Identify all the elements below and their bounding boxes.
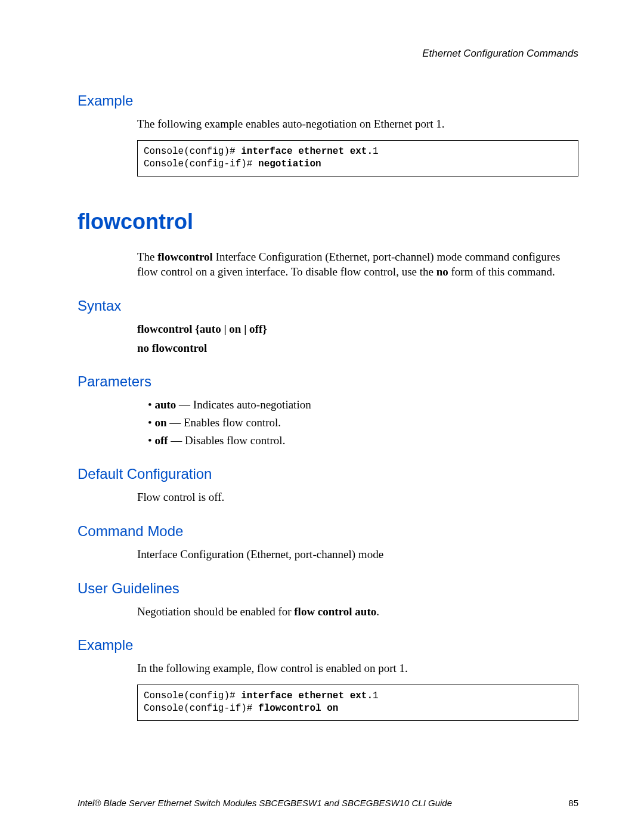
desc-bold: flowcontrol: [157, 250, 213, 263]
heading-example-1: Example: [78, 92, 578, 109]
code1-l1-cmd: interface ethernet ext.: [241, 146, 373, 157]
heading-parameters: Parameters: [78, 373, 578, 390]
desc-pre: The: [137, 250, 157, 263]
running-header: Ethernet Configuration Commands: [78, 48, 578, 60]
heading-syntax: Syntax: [78, 298, 578, 314]
code1-l2-prompt: Console(config-if)#: [144, 159, 258, 169]
heading-user-guidelines: User Guidelines: [78, 580, 578, 597]
code2-l1-arg: 1: [373, 690, 379, 701]
code1-l1-arg: 1: [373, 146, 379, 157]
mode-block: Interface Configuration (Ethernet, port-…: [137, 547, 578, 562]
param-on-t: — Enables flow control.: [166, 416, 281, 429]
command-desc: The flowcontrol Interface Configuration …: [137, 249, 578, 280]
code2-l1-cmd: interface ethernet ext.: [241, 690, 373, 701]
footer-text: Intel® Blade Server Ethernet Switch Modu…: [78, 798, 452, 808]
defcfg-block: Flow control is off.: [137, 490, 578, 505]
guidelines-block: Negotiation should be enabled for flow c…: [137, 604, 578, 620]
syntax-line2: no flowcontrol: [137, 340, 578, 356]
defcfg-text: Flow control is off.: [137, 490, 578, 505]
code2-l2-prompt: Console(config-if)#: [144, 703, 258, 714]
guidelines-pre: Negotiation should be enabled for: [137, 605, 294, 618]
syntax-block: flowcontrol {auto | on | off} no flowcon…: [137, 321, 578, 355]
desc-bold2: no: [436, 265, 448, 278]
code2-l2-cmd: flowcontrol on: [258, 703, 338, 714]
params-list: auto — Indicates auto-negotiation on — E…: [137, 397, 578, 448]
guidelines-post: .: [376, 605, 379, 618]
code1-l1-prompt: Console(config)#: [144, 146, 241, 157]
example2-block: In the following example, flow control i…: [137, 661, 578, 721]
param-off-b: off: [154, 434, 168, 447]
param-auto-b: auto: [154, 398, 176, 411]
params-block: auto — Indicates auto-negotiation on — E…: [137, 397, 578, 448]
param-on: on — Enables flow control.: [148, 415, 578, 431]
example1-block: The following example enables auto-negot…: [137, 116, 578, 176]
heading-example-2: Example: [78, 637, 578, 654]
heading-default-config: Default Configuration: [78, 466, 578, 482]
example2-intro: In the following example, flow control i…: [137, 661, 578, 676]
guidelines-text: Negotiation should be enabled for flow c…: [137, 604, 578, 620]
syntax-line1: flowcontrol {auto | on | off}: [137, 321, 578, 337]
param-auto: auto — Indicates auto-negotiation: [148, 397, 578, 413]
heading-command-mode: Command Mode: [78, 523, 578, 540]
command-title: flowcontrol: [78, 209, 578, 234]
page-number: 85: [568, 798, 578, 808]
page-footer: Intel® Blade Server Ethernet Switch Modu…: [78, 798, 578, 808]
page: Ethernet Configuration Commands Example …: [0, 0, 644, 833]
mode-text: Interface Configuration (Ethernet, port-…: [137, 547, 578, 562]
example1-code: Console(config)# interface ethernet ext.…: [137, 140, 578, 176]
code2-l1-prompt: Console(config)#: [144, 690, 241, 701]
code1-l2-cmd: negotiation: [258, 159, 321, 169]
example2-code: Console(config)# interface ethernet ext.…: [137, 685, 578, 721]
command-desc-p: The flowcontrol Interface Configuration …: [137, 249, 578, 280]
param-off-t: — Disables flow control.: [168, 434, 286, 447]
param-auto-t: — Indicates auto-negotiation: [176, 398, 311, 411]
desc-post: form of this command.: [448, 265, 555, 278]
param-off: off — Disables flow control.: [148, 433, 578, 448]
guidelines-bold: flow control auto: [294, 605, 376, 618]
example1-intro: The following example enables auto-negot…: [137, 116, 578, 132]
param-on-b: on: [154, 416, 166, 429]
